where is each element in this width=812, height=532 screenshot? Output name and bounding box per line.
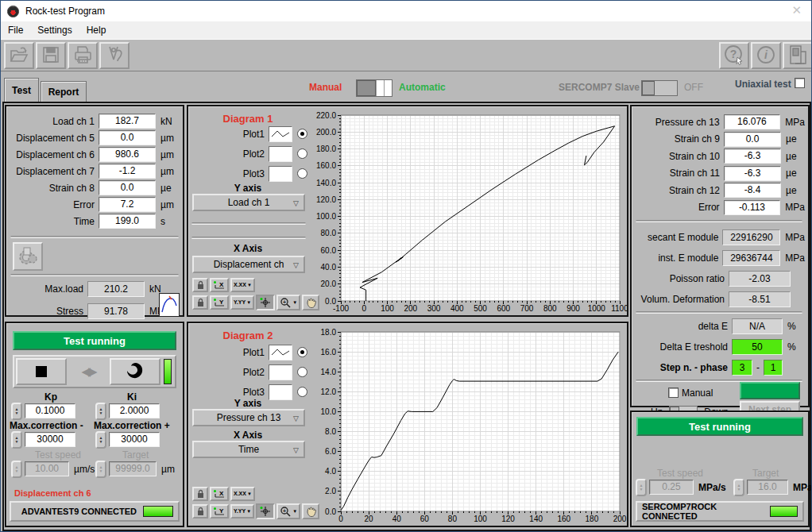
reading-label: Pressure ch 13 <box>635 117 724 128</box>
format-x-button[interactable]: X.XX▼ <box>230 487 255 501</box>
save-button[interactable] <box>36 42 66 69</box>
target-label: Target <box>122 449 149 461</box>
plot2-style-box[interactable] <box>269 364 292 380</box>
kp-input[interactable]: 0.1000 <box>25 403 75 418</box>
manual-automatic-toggle[interactable] <box>356 79 392 97</box>
max-correction-minus-input[interactable]: 30000 <box>25 432 75 447</box>
plot1-style-box[interactable] <box>269 345 292 360</box>
test-speed-stepper[interactable]: ▲▼ <box>11 461 22 478</box>
max-correction-plus-stepper[interactable]: ▲▼ <box>95 431 106 449</box>
diagram2-x-axis-select[interactable]: Time ▽ <box>192 441 305 458</box>
svg-text:80: 80 <box>448 515 458 523</box>
cursor-tool-button[interactable] <box>256 503 275 519</box>
diagram2-graph[interactable]: 0204060801001201401601802000.02.04.06.08… <box>309 325 627 524</box>
reading-input[interactable]: 0.0 <box>99 180 156 195</box>
test-speed-stepper[interactable]: ▲▼ <box>636 479 647 496</box>
close-icon[interactable]: ✕ <box>791 4 802 16</box>
max-correction-plus-input[interactable]: 30000 <box>109 432 160 447</box>
plot2-style-box[interactable] <box>269 146 292 162</box>
diagram1-y-axis-select[interactable]: Load ch 1 ▽ <box>192 194 305 211</box>
reading-input[interactable]: -6.3 <box>724 148 781 164</box>
reading-input[interactable]: 0.0 <box>99 130 156 145</box>
target-stepper[interactable]: ▲▼ <box>95 461 106 478</box>
autoscale-x-icon[interactable]: X <box>210 487 229 501</box>
lock-x-icon[interactable] <box>192 487 208 501</box>
print-button[interactable] <box>68 42 98 69</box>
uniaxial-test-checkbox[interactable] <box>795 78 805 88</box>
ki-input[interactable]: 2.0000 <box>109 403 160 418</box>
plot3-radio[interactable] <box>297 168 307 179</box>
reading-label: Displacement ch 6 <box>11 149 99 160</box>
reading-input[interactable]: -0.113 <box>724 200 781 215</box>
delta-e-threshold-input[interactable]: 50 <box>732 339 783 355</box>
stop-icon <box>36 366 47 377</box>
format-x-button[interactable]: X.XX▼ <box>230 278 255 292</box>
plot2-radio[interactable] <box>297 367 307 377</box>
format-y-button[interactable]: Y.YY▼ <box>230 504 254 519</box>
target-stepper[interactable]: ▲▼ <box>733 479 744 496</box>
menu-help[interactable]: Help <box>79 25 114 36</box>
chevron-down-icon: ▼ <box>292 509 297 514</box>
menu-settings[interactable]: Settings <box>30 25 79 36</box>
target-input[interactable]: 16.0 <box>747 480 788 495</box>
channel-setup-button[interactable] <box>13 242 43 271</box>
exit-button[interactable] <box>783 42 812 69</box>
fan-icon <box>125 361 145 383</box>
kp-stepper[interactable]: ▲▼ <box>11 403 22 420</box>
toggle-handle[interactable] <box>642 81 655 95</box>
reading-input[interactable]: 182.7 <box>99 114 156 129</box>
info-button[interactable]: i <box>751 42 781 69</box>
toggle-handle[interactable] <box>357 80 376 96</box>
reading-input[interactable]: 0.0 <box>724 132 781 147</box>
zoom-tool-button[interactable]: +▼ <box>276 503 300 519</box>
plot2-radio[interactable] <box>297 148 307 159</box>
plot3-radio[interactable] <box>297 387 307 397</box>
plot3-style-box[interactable] <box>269 166 292 182</box>
setup-tools-button[interactable] <box>99 42 130 69</box>
pump-button[interactable] <box>110 358 160 385</box>
plot1-style-box[interactable] <box>269 126 292 142</box>
autoscale-y-icon[interactable]: Y <box>210 504 229 519</box>
manual-checkbox[interactable] <box>668 387 679 398</box>
stress-curve-button[interactable] <box>159 293 180 317</box>
tab-report[interactable]: Report <box>41 81 87 102</box>
context-help-button[interactable]: ? <box>719 42 749 69</box>
reading-input[interactable]: -8.4 <box>724 183 781 198</box>
target-input[interactable]: 99999.0 <box>109 461 157 476</box>
zoom-tool-button[interactable]: +▼ <box>276 295 300 310</box>
reading-input[interactable]: 16.076 <box>724 114 781 129</box>
reading-input[interactable]: 199.0 <box>99 214 156 229</box>
cursor-tool-button[interactable] <box>256 295 275 310</box>
pause-button[interactable]: ◀▶ <box>68 358 108 385</box>
open-file-button[interactable] <box>4 42 34 69</box>
stop-button[interactable] <box>16 358 67 385</box>
autoscale-y-icon[interactable]: Y <box>210 295 229 310</box>
diagram2-y-axis-select[interactable]: Pressure ch 13 ▽ <box>192 409 305 426</box>
sercomp7-slave-toggle[interactable] <box>641 80 678 96</box>
reading-input[interactable]: 7.2 <box>99 197 156 212</box>
format-y-button[interactable]: Y.YY▼ <box>230 295 254 310</box>
plot1-radio[interactable] <box>297 347 307 357</box>
reading-input[interactable]: -6.3 <box>724 166 781 181</box>
max-correction-minus-stepper[interactable]: ▲▼ <box>11 431 22 449</box>
lock-y-icon[interactable] <box>192 295 208 310</box>
lock-x-icon[interactable] <box>192 278 208 292</box>
chevron-down-icon: ▼ <box>247 492 252 496</box>
svg-text:20: 20 <box>365 515 374 523</box>
diagram1-x-axis-value: Displacement ch <box>214 259 284 270</box>
separator <box>10 274 179 276</box>
tab-test[interactable]: Test <box>4 78 39 102</box>
autoscale-x-icon[interactable]: X <box>210 278 229 292</box>
reading-input[interactable]: -1.2 <box>99 164 156 179</box>
menu-file[interactable]: File <box>1 25 30 36</box>
app-icon <box>7 6 19 17</box>
test-speed-input[interactable]: 0.25 <box>649 480 694 495</box>
ki-stepper[interactable]: ▲▼ <box>95 403 106 420</box>
reading-input[interactable]: 980.6 <box>99 147 156 162</box>
lock-y-icon[interactable] <box>192 504 208 519</box>
diagram1-x-axis-select[interactable]: Displacement ch ▽ <box>192 256 305 273</box>
test-speed-input[interactable]: 10.00 <box>25 461 69 476</box>
plot1-radio[interactable] <box>297 129 307 139</box>
reading-unit: µe <box>781 151 797 162</box>
diagram1-graph[interactable]: -100010020030040050060070080090010001100… <box>309 108 627 314</box>
